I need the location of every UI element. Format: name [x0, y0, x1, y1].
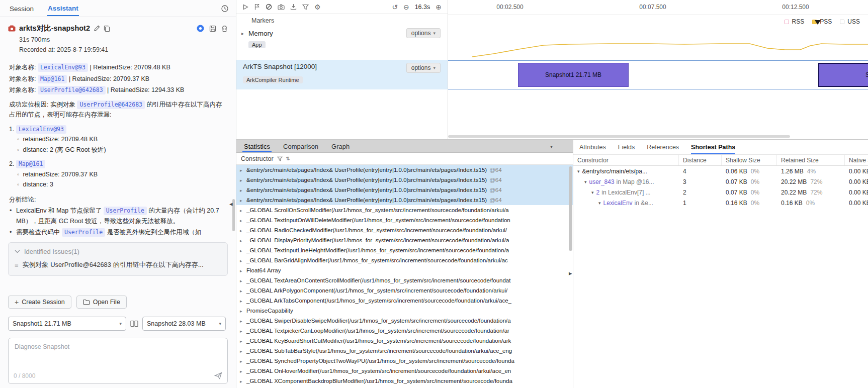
expand-icon[interactable]: ▸	[240, 306, 246, 316]
expand-icon[interactable]: ▸	[240, 206, 246, 215]
history-icon[interactable]	[221, 5, 229, 13]
filter-icon[interactable]	[277, 156, 283, 161]
tab-fields[interactable]: Fields	[618, 144, 635, 154]
expand-panel-icon[interactable]: ▸	[569, 269, 572, 277]
expand-icon[interactable]: ▸	[240, 276, 246, 285]
tab-graph[interactable]: Graph	[330, 141, 351, 152]
flag-icon[interactable]	[254, 4, 260, 10]
constructor-row[interactable]: ▸_GLOBAL RadioCheckedModifier(/usr1/hmos…	[236, 225, 573, 235]
constructor-row[interactable]: ▸_GLOBAL ScrollOnScrollModifier(/usr1/hm…	[236, 205, 573, 215]
constructor-row[interactable]: ▸&entry/src/main/ets/pages/Index& UserPr…	[236, 185, 573, 195]
object-chip[interactable]: Map@161	[38, 75, 67, 83]
constructor-row[interactable]: ▸_GLOBAL TextInputLineHeightModifier(/us…	[236, 245, 573, 255]
constructor-row[interactable]: ▸_GLOBAL SwiperDisableSwipeModifier(/usr…	[236, 316, 573, 326]
tab-comparison[interactable]: Comparison	[282, 141, 320, 152]
timeline-ruler[interactable]: 00:02.50000:07.50000:12.500	[448, 0, 868, 15]
constructor-row[interactable]: ▸_GLOBAL OnHoverModifier(/usr1/hmos_for_…	[236, 366, 573, 376]
object-chip[interactable]: Map@161	[16, 160, 45, 168]
panel-dropdown-icon[interactable]: ▾	[550, 144, 553, 152]
tab-assistant[interactable]: Assistant	[47, 1, 79, 16]
constructor-row[interactable]: ▸_GLOBAL SubTabBarStyle(/usr1/hmos_for_s…	[236, 346, 573, 356]
expand-icon[interactable]: ▸	[241, 31, 248, 36]
delete-icon[interactable]	[221, 25, 228, 32]
expand-icon[interactable]: ▸	[240, 366, 246, 376]
arkts-snapshot-track-header[interactable]: ArkTS Snapshot [12000] options▾ ArkCompi…	[236, 60, 448, 89]
object-chip[interactable]: UserProfile@642683	[38, 86, 106, 94]
constructor-row[interactable]: ▸_GLOBAL DisplayPriorityModifier(/usr1/h…	[236, 235, 573, 245]
compare-icon[interactable]	[130, 320, 138, 327]
camera-icon[interactable]	[278, 4, 285, 10]
constructor-row[interactable]: ▸&entry/src/main/ets/pages/Index& UserPr…	[236, 195, 573, 205]
export-icon[interactable]	[290, 4, 297, 10]
path-row[interactable]: ▾&entry/src/main/ets/pa...40.06 KB0%1.26…	[573, 166, 868, 176]
path-node[interactable]: user_843	[589, 178, 615, 185]
timeline[interactable]: 00:02.50000:07.50000:12.500 RSSPSSUSS Sn…	[448, 0, 868, 139]
open-file-button[interactable]: Open File	[76, 296, 127, 309]
memory-options-button[interactable]: options▾	[406, 28, 441, 38]
expand-icon[interactable]: ▸	[240, 236, 246, 245]
expand-icon[interactable]: ▸	[240, 256, 246, 265]
issue-item[interactable]: ≡ 实例对象 UserProfile@642683 的引用链中存在以下高内存存.…	[15, 260, 221, 269]
expand-icon[interactable]: ▸	[240, 165, 246, 175]
snapshot1-select[interactable]: Snapshot1 21.71 MB▾	[8, 317, 126, 331]
expand-icon[interactable]: ▸	[240, 286, 246, 296]
sort-icon[interactable]: ⇅	[286, 156, 290, 161]
object-chip[interactable]: UserProfile@642683	[77, 101, 145, 109]
identified-issues-header[interactable]: Identified Issues(1)	[15, 248, 221, 255]
expand-icon[interactable]: ▾	[577, 169, 580, 174]
zoom-out-icon[interactable]: ⊖	[403, 3, 409, 11]
snapshot-track[interactable]: Snapshot1 21.71 MBSnapshot2 28.03 MB	[448, 60, 868, 89]
expand-icon[interactable]: ▾	[584, 179, 587, 184]
constructor-row[interactable]: ▸_GLOBAL XComponentBackdropBlurModifier(…	[236, 376, 573, 386]
zoom-in-icon[interactable]: ⊕	[436, 3, 442, 11]
expand-icon[interactable]: ▸	[240, 266, 246, 275]
legend-item-rss[interactable]: RSS	[785, 18, 805, 25]
diagnose-input[interactable]	[14, 342, 222, 372]
constructor-row[interactable]: ▸_GLOBAL ArkTabsComponent(/usr1/hmos_for…	[236, 296, 573, 306]
tab-statistics[interactable]: Statistics	[242, 141, 272, 152]
path-row[interactable]: ▾user_843in Map @16...30.07 KB0%20.22 MB…	[573, 176, 868, 187]
expand-icon[interactable]: ▸	[240, 216, 246, 225]
constructor-row[interactable]: ▸PromiseCapability	[236, 306, 573, 316]
constructor-row[interactable]: ▸_GLOBAL TextInputOnWillDeleteModifier(/…	[236, 215, 573, 225]
expand-icon[interactable]: ▸	[240, 185, 246, 195]
stats-scrollbar-thumb[interactable]	[569, 166, 572, 251]
path-node[interactable]: 2	[596, 189, 600, 196]
tab-shortest-paths[interactable]: Shortest Paths	[691, 144, 735, 154]
expand-icon[interactable]: ▸	[240, 376, 246, 386]
constructor-row[interactable]: ▸_GLOBAL BarGridAlignModifier(/usr1/hmos…	[236, 255, 573, 265]
snapshot-bar[interactable]: Snapshot2 28.03 MB	[818, 63, 868, 87]
expand-icon[interactable]: ▸	[240, 356, 246, 366]
expand-icon[interactable]: ▸	[240, 326, 246, 336]
constructor-header[interactable]: Constructor ⇅	[236, 153, 573, 165]
expand-icon[interactable]: ▸	[240, 226, 246, 235]
legend-item-uss[interactable]: USS	[840, 18, 860, 25]
expand-icon[interactable]: ▸	[240, 336, 246, 346]
path-row[interactable]: ▾LexicalEnvin &e...10.16 KB0%0.16 KB0%0.…	[573, 198, 868, 208]
tab-attributes[interactable]: Attributes	[579, 144, 606, 154]
expand-icon[interactable]: ▸	[240, 316, 246, 326]
filter-icon[interactable]	[302, 4, 309, 10]
constructor-row[interactable]: ▸&entry/src/main/ets/pages/Index& UserPr…	[236, 165, 573, 175]
tab-session[interactable]: Session	[9, 2, 34, 16]
path-node[interactable]: &entry/src/main/ets/pa...	[582, 168, 647, 175]
expand-icon[interactable]: ▾	[591, 190, 594, 195]
send-icon[interactable]	[214, 372, 222, 379]
object-chip[interactable]: LexicalEnv@93	[38, 63, 88, 72]
tab-references[interactable]: References	[647, 144, 679, 154]
expand-icon[interactable]: ▸	[240, 246, 246, 255]
snapshot2-select[interactable]: Snapshot2 28.03 MB▾	[142, 317, 226, 331]
snapshot-bar[interactable]: Snapshot1 21.71 MB	[518, 63, 629, 87]
expand-icon[interactable]: ▸	[240, 346, 246, 356]
collapse-panel-icon[interactable]: ◂	[229, 200, 233, 208]
constructor-row[interactable]: ▸Float64 Array	[236, 265, 573, 275]
constructor-row[interactable]: ▸_GLOBAL SynchedPropertyObjectTwoWayPU(/…	[236, 356, 573, 366]
memory-track-header[interactable]: ▸ Memory options▾	[236, 27, 448, 38]
expand-icon[interactable]: ▸	[240, 175, 246, 185]
object-chip[interactable]: LexicalEnv@93	[16, 125, 66, 134]
reset-zoom-icon[interactable]: ↺	[392, 3, 398, 11]
ai-icon[interactable]	[197, 25, 204, 32]
constructor-row[interactable]: ▸_GLOBAL TextAreaOnContentScrollModifier…	[236, 275, 573, 285]
settings-icon[interactable]: ⚙	[314, 3, 321, 11]
play-icon[interactable]	[242, 4, 248, 10]
